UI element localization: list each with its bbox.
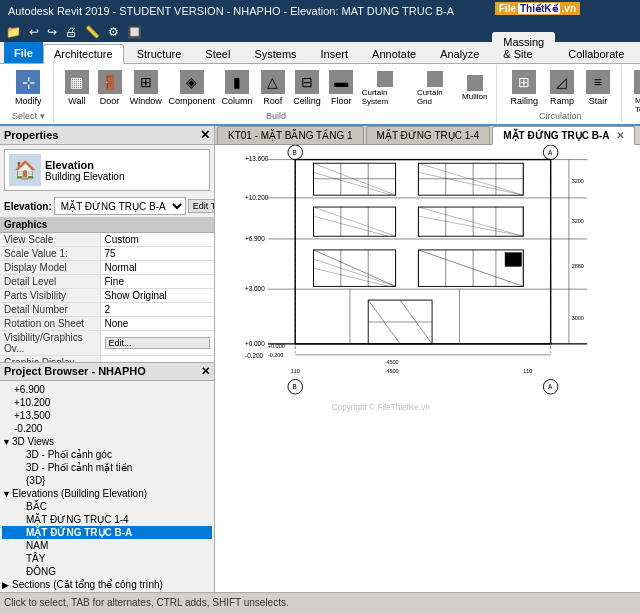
column-btn[interactable]: ▮ Column <box>219 67 256 109</box>
roof-btn[interactable]: △ Roof <box>258 67 289 109</box>
floor-icon: ▬ <box>329 70 353 94</box>
ribbon-tab-architecture[interactable]: Architecture <box>43 44 124 64</box>
window-btn[interactable]: ⊞ Window <box>127 67 165 109</box>
circulation-tools: ⊞ Railing ◿ Ramp ≡ Stair <box>505 67 615 109</box>
stair-btn[interactable]: ≡ Stair <box>581 67 615 109</box>
visibility-graphics-edit-btn[interactable]: Edit... <box>105 337 211 349</box>
qat-3d-btn[interactable]: 🔲 <box>125 25 144 39</box>
curtain-grid-btn[interactable]: Curtain Grid <box>414 70 457 107</box>
svg-line-53 <box>418 207 523 236</box>
svg-text:A: A <box>548 383 553 390</box>
tree-item-mat-dung-b-a[interactable]: MẶT ĐỨNG TRỤC B-A <box>2 526 212 539</box>
component-btn[interactable]: ◈ Component <box>167 67 217 109</box>
model-text-icon: T <box>634 70 640 94</box>
tree-item-sections[interactable]: ▶Sections (Cắt tổng thể công trình) <box>2 578 212 591</box>
ceiling-btn[interactable]: ⊟ Ceiling <box>290 67 324 109</box>
qat-open-btn[interactable]: 📁 <box>4 25 23 39</box>
ribbon-tab-analyze[interactable]: Analyze <box>429 44 490 63</box>
project-browser-close-btn[interactable]: ✕ <box>201 365 210 378</box>
table-row: Display Model Normal <box>0 261 214 275</box>
qat-measure-btn[interactable]: 📏 <box>83 25 102 39</box>
curtain-system-btn[interactable]: Curtain System <box>359 70 412 107</box>
tree-item-bac[interactable]: BẮC <box>2 500 212 513</box>
qat-print-btn[interactable]: 🖨 <box>63 25 79 39</box>
tree-item[interactable]: 3D - Phối cảnh mặt tiền <box>2 461 212 474</box>
tree-item[interactable]: 3D - Phối cảnh góc <box>2 448 212 461</box>
stair-icon: ≡ <box>586 70 610 94</box>
tree-area[interactable]: +6.900 +10.200 +13.500 -0.200 ▼3D Views … <box>0 381 214 592</box>
qat-undo-btn[interactable]: ↩ <box>27 25 41 39</box>
qat-redo-btn[interactable]: ↪ <box>45 25 59 39</box>
ribbon-tab-structure[interactable]: Structure <box>126 44 193 63</box>
ceiling-icon: ⊟ <box>295 70 319 94</box>
svg-line-54 <box>418 216 523 236</box>
mullion-btn[interactable]: Mullion <box>459 74 490 102</box>
svg-line-71 <box>418 172 523 195</box>
select-tools: ⊹ Modify <box>10 67 47 109</box>
svg-text:+13.600: +13.600 <box>245 155 269 162</box>
tree-item[interactable]: +10.200 <box>2 396 212 409</box>
tree-item[interactable]: {3D} <box>2 474 212 487</box>
svg-line-61 <box>313 163 395 195</box>
properties-close-btn[interactable]: ✕ <box>200 128 210 142</box>
ribbon-tab-systems[interactable]: Systems <box>243 44 307 63</box>
elevation-dropdown[interactable]: MẶT ĐỨNG TRỤC B-A <box>54 197 186 215</box>
table-row: Visibility/Graphics Ov... Edit... <box>0 331 214 356</box>
tree-item-mat-dung-1-4[interactable]: MẶT ĐỨNG TRỤC 1-4 <box>2 513 212 526</box>
svg-text:-0.200: -0.200 <box>268 352 284 358</box>
right-panel: KT01 - MẶT BẰNG TẦNG 1 MẶT ĐỨNG TRỤC 1-4… <box>215 126 640 592</box>
ribbon-tab-collaborate[interactable]: Collaborate <box>557 44 635 63</box>
door-icon: 🚪 <box>98 70 122 94</box>
mullion-icon <box>467 75 483 91</box>
tree-item-tay[interactable]: TÂY <box>2 552 212 565</box>
select-group-label: Select ▾ <box>12 111 45 121</box>
tree-item-elevations[interactable]: ▼Elevations (Building Elevation) <box>2 487 212 500</box>
svg-line-27 <box>313 268 389 286</box>
elevation-selector: Elevation: MẶT ĐỨNG TRỤC B-A Edit Type <box>4 197 210 215</box>
railing-icon: ⊞ <box>512 70 536 94</box>
door-btn[interactable]: 🚪 Door <box>94 67 125 109</box>
svg-text:3200: 3200 <box>572 218 584 224</box>
floor-btn[interactable]: ▬ Floor <box>326 67 357 109</box>
svg-text:B: B <box>292 149 296 156</box>
svg-text:3000: 3000 <box>572 315 584 321</box>
tree-item-dong[interactable]: ĐÔNG <box>2 565 212 578</box>
svg-text:+3.600: +3.600 <box>245 285 265 292</box>
modify-tool-btn[interactable]: ⊹ Modify <box>10 67 47 109</box>
edit-type-button[interactable]: Edit Type <box>188 199 215 213</box>
component-icon: ◈ <box>180 70 204 94</box>
tree-item[interactable]: +13.500 <box>2 409 212 422</box>
tree-item-3dviews[interactable]: ▼3D Views <box>2 435 212 448</box>
svg-text:A: A <box>548 149 553 156</box>
model-text-btn[interactable]: T Model Text <box>630 67 640 117</box>
curtain-grid-icon <box>427 71 443 87</box>
tree-item[interactable]: +6.900 <box>2 383 212 396</box>
window-icon: ⊞ <box>134 70 158 94</box>
svg-rect-39 <box>505 253 521 267</box>
railing-btn[interactable]: ⊞ Railing <box>505 67 543 109</box>
ribbon-tab-steel[interactable]: Steel <box>194 44 241 63</box>
tree-item-nam[interactable]: NAM <box>2 539 212 552</box>
ramp-btn[interactable]: ◿ Ramp <box>545 67 579 109</box>
doc-tab-mat-dung-1-4[interactable]: MẶT ĐỨNG TRỤC 1-4 <box>366 126 491 144</box>
drawing-area[interactable]: +13.600 +10.200 +6.900 +3.600 +0.000 -0.… <box>215 145 640 592</box>
wall-btn[interactable]: ▦ Wall <box>62 67 93 109</box>
properties-table: View Scale Custom Scale Value 1: 75 Disp… <box>0 233 214 362</box>
ribbon-content: ⊹ Modify Select ▾ ▦ Wall 🚪 Door ⊞ Window… <box>0 64 640 126</box>
project-browser-header: Project Browser - NHAPHO ✕ <box>0 363 214 381</box>
elevation-icon: 🏠 <box>9 154 41 186</box>
ribbon-tab-massing[interactable]: Massing & Site <box>492 32 555 63</box>
doc-tab-mat-dung-b-a[interactable]: MẶT ĐỨNG TRỤC B-A ✕ <box>492 126 635 145</box>
ribbon-tab-insert[interactable]: Insert <box>310 44 360 63</box>
doc-tab-mat-bang[interactable]: KT01 - MẶT BẰNG TẦNG 1 <box>217 126 364 144</box>
svg-line-25 <box>313 250 395 286</box>
app-title: Autodesk Revit 2019 - STUDENT VERSION - … <box>8 5 454 17</box>
properties-scroll: Graphics View Scale Custom Scale Value 1… <box>0 217 214 362</box>
ribbon-group-circulation: ⊞ Railing ◿ Ramp ≡ Stair Circulation <box>499 65 622 123</box>
ribbon-tab-annotate[interactable]: Annotate <box>361 44 427 63</box>
doc-tab-close-btn[interactable]: ✕ <box>616 130 624 141</box>
svg-text:2880: 2880 <box>572 263 584 269</box>
tree-item[interactable]: -0.200 <box>2 422 212 435</box>
file-menu-button[interactable]: File <box>4 42 43 63</box>
qat-settings-btn[interactable]: ⚙ <box>106 25 121 39</box>
